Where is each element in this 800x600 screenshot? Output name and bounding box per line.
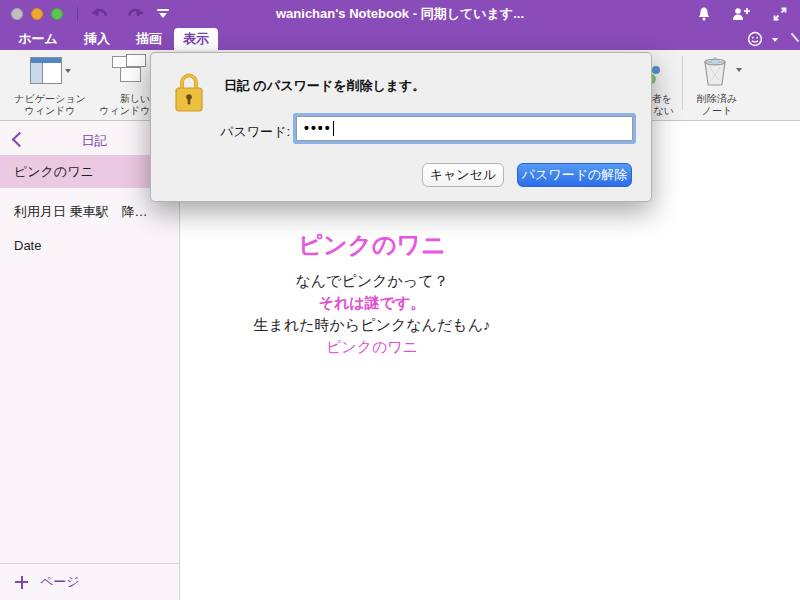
zoom-window-button[interactable] xyxy=(51,8,63,20)
password-input[interactable]: •••• xyxy=(296,116,633,141)
clipped-icon xyxy=(791,33,800,43)
tab-home[interactable]: ホーム xyxy=(12,28,64,50)
titlebar-divider xyxy=(77,7,78,21)
redo-icon[interactable] xyxy=(125,6,145,22)
note-line[interactable]: それは謎です。 xyxy=(180,292,564,314)
quick-access-chevron-icon[interactable] xyxy=(157,9,169,18)
ribbon-tab-bar: ホーム 挿入 描画 表示 xyxy=(0,28,800,50)
back-chevron-icon[interactable] xyxy=(12,132,28,148)
navigation-panes-icon xyxy=(30,57,62,84)
smiley-icon xyxy=(746,30,764,48)
chevron-down-icon xyxy=(65,69,71,73)
window-title: wanichan's Notebook - 同期しています... xyxy=(200,0,600,28)
plus-icon xyxy=(15,576,28,589)
close-window-button[interactable] xyxy=(11,8,23,20)
text-cursor xyxy=(333,121,334,136)
cancel-button[interactable]: キャンセル xyxy=(422,163,504,187)
add-page-label: ページ xyxy=(40,573,80,591)
share-add-person-icon[interactable] xyxy=(731,6,751,22)
password-dots: •••• xyxy=(297,117,332,140)
navigation-window-button[interactable]: ナビゲーション ウィンドウ xyxy=(6,54,94,116)
note-title[interactable]: ピンクのワニ xyxy=(180,231,564,259)
password-label: パスワード: xyxy=(200,123,290,141)
remove-password-dialog: 日記 のパスワードを削除します。 パスワード: •••• キャンセル パスワード… xyxy=(150,52,652,202)
trash-icon xyxy=(700,54,730,88)
note-line[interactable]: 生まれた時からピンクなんだもん♪ xyxy=(180,314,564,336)
section-title: 日記 xyxy=(30,127,159,155)
feedback-smiley-button[interactable] xyxy=(746,30,780,50)
tab-draw[interactable]: 描画 xyxy=(132,28,166,50)
page-list-item[interactable]: Date xyxy=(0,229,179,262)
deleted-notes-button[interactable]: 削除済み ノート xyxy=(686,54,748,116)
note-text-block: ピンクのワニ なんでピンクかって？ それは謎です。 生まれた時からピンクなんだも… xyxy=(180,231,564,358)
chevron-down-icon xyxy=(772,38,778,42)
tab-view[interactable]: 表示 xyxy=(174,28,218,50)
remove-password-button[interactable]: パスワードの解除 xyxy=(517,163,632,187)
notifications-bell-icon[interactable] xyxy=(696,6,712,22)
onenote-window: wanichan's Notebook - 同期しています... ホーム 挿入 … xyxy=(0,0,800,600)
minimize-window-button[interactable] xyxy=(31,8,43,20)
tab-insert[interactable]: 挿入 xyxy=(80,28,114,50)
lock-icon xyxy=(172,69,206,115)
undo-icon[interactable] xyxy=(90,6,110,22)
title-bar: wanichan's Notebook - 同期しています... xyxy=(0,0,800,28)
note-line[interactable]: ピンクのワニ xyxy=(180,336,564,358)
chevron-down-icon xyxy=(736,68,742,72)
add-page-button[interactable]: ページ xyxy=(0,563,179,600)
ribbon-group-divider xyxy=(682,56,683,110)
dialog-message: 日記 のパスワードを削除します。 xyxy=(224,77,425,95)
fullscreen-expand-icon[interactable] xyxy=(772,6,788,22)
note-line[interactable]: なんでピンクかって？ xyxy=(180,270,564,292)
